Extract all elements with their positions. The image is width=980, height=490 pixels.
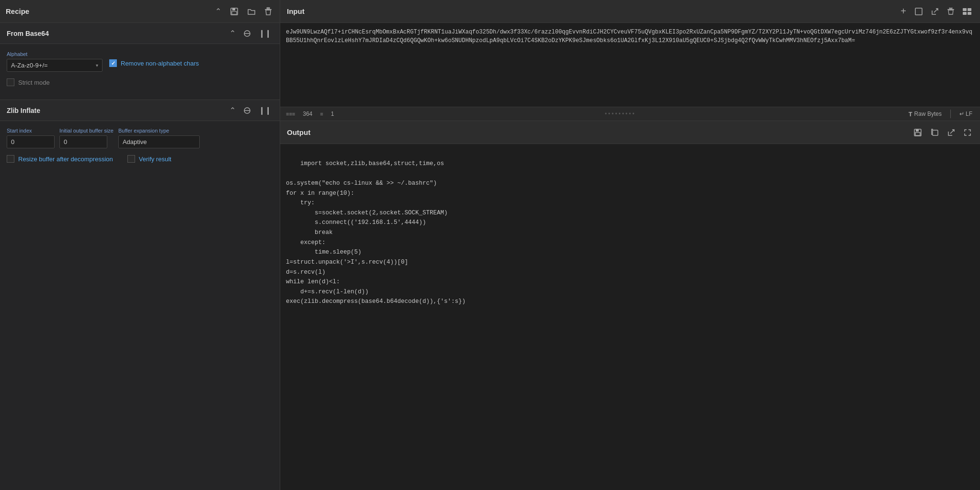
input-add-button[interactable]: + xyxy=(899,5,908,18)
initial-buffer-label: Initial output buffer size xyxy=(59,128,114,134)
buffer-expansion-label: Buffer expansion type xyxy=(118,128,200,134)
input-popout-button[interactable] xyxy=(929,7,941,16)
right-panel: Input + xyxy=(280,0,980,490)
line-ending-button[interactable]: ↵ LF xyxy=(957,110,974,118)
recipe-delete-button[interactable] xyxy=(262,6,274,17)
checkmark-icon: ✓ xyxy=(111,60,115,67)
svg-rect-12 xyxy=(963,8,967,11)
output-content: import socket,zlib,base64,struct,time,os… xyxy=(280,144,980,490)
input-title: Input xyxy=(287,7,305,15)
output-title: Output xyxy=(287,128,310,136)
output-header: Output xyxy=(280,121,980,144)
start-index-label: Start index xyxy=(7,128,55,134)
from-base64-section: From Base64 ⌃ ❙❙ Alphabet A-Za-z0-9+/= xyxy=(0,23,280,100)
line-count: 1 xyxy=(331,111,334,117)
zlib-inflate-body: Start index Initial output buffer size B… xyxy=(0,121,280,176)
recipe-save-button[interactable] xyxy=(228,6,240,17)
alphabet-field-group: Alphabet A-Za-z0-9+/= ▾ xyxy=(7,51,103,72)
verify-result-label: Verify result xyxy=(139,156,171,163)
input-delete-button[interactable] xyxy=(946,7,956,16)
from-base64-collapse-button[interactable]: ⌃ xyxy=(228,28,238,39)
from-base64-body: Alphabet A-Za-z0-9+/= ▾ ✓ Remove non-alp… xyxy=(0,44,280,100)
format-label: Raw Bytes xyxy=(914,111,942,117)
zlib-inflate-collapse-button[interactable]: ⌃ xyxy=(228,105,238,116)
alphabet-value: A-Za-z0-9+/= xyxy=(11,62,48,69)
output-text: import socket,zlib,base64,struct,time,os… xyxy=(286,160,466,305)
output-expand-button[interactable] xyxy=(962,128,973,137)
svg-rect-10 xyxy=(947,9,954,10)
svg-rect-19 xyxy=(933,130,938,135)
svg-rect-9 xyxy=(915,8,922,15)
input-content: eJw9UN9LwzAQfl7+irCHNcEsrqMbOmxBxAcRGTjf… xyxy=(280,23,980,107)
svg-rect-13 xyxy=(968,8,971,11)
svg-rect-17 xyxy=(916,129,919,132)
resize-buffer-label: Resize buffer after decompression xyxy=(18,156,113,163)
zlib-inflate-section: Zlib Inflate ⌃ ❙❙ Start index xyxy=(0,100,280,176)
svg-rect-1 xyxy=(232,8,235,11)
input-expand-button[interactable] xyxy=(913,7,924,16)
zlib-inflate-disable-button[interactable] xyxy=(241,106,253,115)
svg-rect-11 xyxy=(949,8,952,9)
from-base64-header: From Base64 ⌃ ❙❙ xyxy=(0,23,280,44)
recipe-collapse-button[interactable]: ⌃ xyxy=(213,6,223,17)
from-base64-pause-button[interactable]: ❙❙ xyxy=(257,28,273,39)
output-save-button[interactable] xyxy=(912,127,924,138)
input-layout-button[interactable] xyxy=(961,7,973,16)
remove-nonalpha-checkbox[interactable]: ✓ xyxy=(109,59,117,67)
remove-nonalpha-row: ✓ Remove non-alphabet chars xyxy=(109,59,199,67)
svg-rect-14 xyxy=(963,12,967,15)
from-base64-disable-button[interactable] xyxy=(241,29,253,38)
resize-buffer-checkbox[interactable] xyxy=(7,155,14,163)
statusbar-divider xyxy=(950,110,951,118)
recipe-open-button[interactable] xyxy=(245,6,258,17)
statusbar-left: ≡≡≡ 364 ≡ 1 xyxy=(286,111,334,117)
strict-mode-label: Strict mode xyxy=(18,79,50,86)
input-text: eJw9UN9LwzAQfl7+irCHNcEsrqMbOmxBxAcRGTjf… xyxy=(286,29,972,44)
statusbar-right: T Raw Bytes ↵ LF xyxy=(907,110,974,119)
line-ending-arrow-icon: ↵ xyxy=(959,111,964,117)
output-header-icons xyxy=(912,127,973,138)
alphabet-select[interactable]: A-Za-z0-9+/= ▾ xyxy=(7,59,103,72)
recipe-title: Recipe xyxy=(6,7,29,15)
recipe-header-icons: ⌃ xyxy=(213,6,274,17)
buffer-expansion-group: Buffer expansion type Adaptive xyxy=(118,128,200,148)
alphabet-row: Alphabet A-Za-z0-9+/= ▾ ✓ Remove non-alp… xyxy=(7,51,273,72)
from-base64-icons: ⌃ ❙❙ xyxy=(228,28,273,39)
strict-mode-checkbox[interactable] xyxy=(7,78,14,86)
format-text-button[interactable]: T Raw Bytes xyxy=(907,110,944,119)
format-text-icon: T xyxy=(909,111,912,118)
zlib-inflate-header: Zlib Inflate ⌃ ❙❙ xyxy=(0,100,280,121)
strict-mode-row: Strict mode xyxy=(7,78,273,86)
zlib-checkboxes-row: Resize buffer after decompression Verify… xyxy=(7,155,273,167)
resize-buffer-row: Resize buffer after decompression xyxy=(7,155,113,163)
alphabet-label: Alphabet xyxy=(7,51,103,57)
start-index-input[interactable] xyxy=(7,135,55,148)
output-copy-button[interactable] xyxy=(929,127,941,137)
input-statusbar: ≡≡≡ 364 ≡ 1 ••••••••• T Raw Bytes ↵ LF xyxy=(280,107,980,121)
initial-buffer-group: Initial output buffer size xyxy=(59,128,114,148)
input-header-icons: + xyxy=(899,5,973,18)
zlib-inflate-title: Zlib Inflate xyxy=(7,107,40,114)
initial-buffer-input[interactable] xyxy=(59,135,107,148)
left-panel: Recipe ⌃ xyxy=(0,0,280,490)
verify-result-checkbox[interactable] xyxy=(127,155,135,163)
line-ending-label: LF xyxy=(966,111,972,117)
buffer-expansion-value: Adaptive xyxy=(123,138,147,145)
svg-rect-18 xyxy=(915,133,920,135)
line-count-icon: ≡ xyxy=(320,111,323,117)
zlib-inflate-icons: ⌃ ❙❙ xyxy=(228,105,273,116)
verify-result-row: Verify result xyxy=(127,155,171,163)
zlib-fields-row: Start index Initial output buffer size B… xyxy=(7,128,273,148)
dots-divider: ••••••••• xyxy=(605,111,636,117)
svg-rect-15 xyxy=(968,12,971,15)
remove-nonalpha-label: Remove non-alphabet chars xyxy=(121,60,199,67)
zlib-inflate-pause-button[interactable]: ❙❙ xyxy=(257,105,273,116)
alphabet-chevron-icon: ▾ xyxy=(96,63,98,68)
char-count: 364 xyxy=(303,111,312,117)
buffer-expansion-select[interactable]: Adaptive xyxy=(118,135,200,148)
from-base64-title: From Base64 xyxy=(7,30,49,37)
input-header: Input + xyxy=(280,0,980,23)
char-count-label: ≡≡≡ xyxy=(286,111,295,117)
output-popout-button[interactable] xyxy=(946,128,957,137)
svg-rect-4 xyxy=(267,8,270,9)
